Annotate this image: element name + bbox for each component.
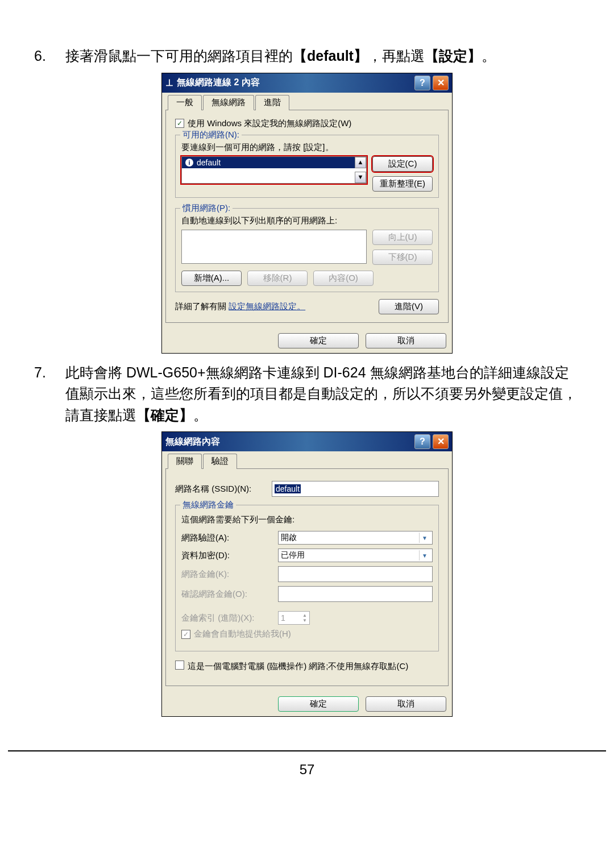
preferred-networks-list[interactable] [181, 230, 367, 264]
dlg2-title: 無線網路內容 [165, 436, 412, 448]
help-button[interactable]: ? [414, 76, 430, 90]
scroll-down-icon[interactable]: ▼ [355, 172, 366, 183]
wireless-key-group: 無線網路金鑰 這個網路需要給下列一個金鑰: 網路驗證(A): 開啟 ▼ [175, 505, 439, 651]
encryption-value: 已停用 [281, 550, 305, 560]
available-networks-list[interactable]: i default ▲ ▼ [181, 156, 367, 184]
step-6: 6. 接著滑鼠點一下可用的網路項目裡的【default】，再點選【設定】。 [34, 45, 580, 67]
network-key-input [278, 566, 433, 582]
available-networks-group: 可用的網路(N): 要連線到一個可用的網路，請按 [設定]。 i [175, 135, 439, 198]
close-button-2[interactable]: ✕ [433, 434, 449, 449]
network-key-label: 網路金鑰(K): [181, 569, 278, 580]
close-button[interactable]: ✕ [433, 76, 449, 90]
advanced-button[interactable]: 進階(V) [379, 299, 439, 314]
dlg1-titlebar[interactable]: ⊥ 無線網路連線 2 內容 ? ✕ [162, 73, 452, 93]
ssid-input[interactable]: default [272, 481, 439, 497]
step-6-default: 【default】 [293, 48, 368, 64]
key-index-value: 1 [281, 613, 285, 622]
step-6-number: 6. [34, 45, 65, 67]
cancel-button-2[interactable]: 取消 [366, 696, 446, 712]
remove-button[interactable]: 移除(R) [247, 271, 308, 286]
tab-association[interactable]: 關聯 [168, 454, 202, 469]
properties-button[interactable]: 內容(O) [313, 271, 374, 286]
step-7: 7. 此時會將 DWL-G650+無線網路卡連線到 DI-624 無線網路基地台… [34, 362, 580, 426]
move-up-button[interactable]: 向上(U) [372, 230, 433, 245]
step-6-text-c: ，再點選 [368, 48, 425, 64]
key-index-spinner: 1 ▲▼ [278, 611, 310, 625]
wireless-conn-props-dialog: ⊥ 無線網路連線 2 內容 ? ✕ 一般 無線網路 進階 ✓ 使用 Window… [161, 73, 453, 354]
spin-up-icon: ▲ [302, 613, 307, 618]
tab-advanced[interactable]: 進階 [255, 95, 289, 110]
step-7-ok: 【確定】 [136, 407, 193, 423]
network-info-icon: i [185, 159, 193, 167]
chevron-down-icon: ▼ [419, 533, 430, 543]
tab-authentication[interactable]: 驗證 [203, 454, 237, 469]
step-7-text-c: 。 [193, 407, 208, 423]
tab-general[interactable]: 一般 [168, 95, 202, 110]
available-networks-legend: 可用的網路(N): [180, 130, 242, 140]
auth-label: 網路驗證(A): [181, 533, 278, 543]
add-button[interactable]: 新增(A)... [181, 271, 242, 286]
encryption-combo[interactable]: 已停用 ▼ [278, 549, 433, 562]
auto-key-checkbox: ✓ [181, 630, 190, 639]
dlg2-titlebar[interactable]: 無線網路內容 ? ✕ [162, 432, 452, 451]
available-networks-desc: 要連線到一個可用的網路，請按 [設定]。 [181, 142, 433, 153]
help-button-2[interactable]: ? [414, 434, 430, 449]
step-6-text-e: 。 [482, 48, 496, 64]
adhoc-label: 這是一個電腦對電腦 (臨機操作) 網路;不使用無線存取點(C) [188, 661, 408, 672]
configure-button[interactable]: 設定(C) [372, 156, 433, 172]
spin-down-icon: ▼ [302, 618, 307, 623]
dlg1-title: 無線網路連線 2 內容 [177, 77, 412, 89]
refresh-button[interactable]: 重新整理(E) [372, 176, 433, 192]
step-6-setting: 【設定】 [425, 48, 482, 64]
use-windows-checkbox[interactable]: ✓ [175, 119, 184, 128]
preferred-networks-desc: 自動地連線到以下列出順序的可用網路上: [181, 215, 433, 226]
page-number: 57 [0, 751, 614, 795]
wireless-network-props-dialog: 無線網路內容 ? ✕ 關聯 驗證 網路名稱 (SSID)(N): default [161, 431, 453, 717]
network-item-default[interactable]: i default [182, 157, 355, 168]
network-item-label: default [197, 158, 221, 167]
preferred-networks-legend: 慣用網路(P): [180, 203, 233, 214]
ok-button-2[interactable]: 確定 [278, 696, 359, 712]
ssid-label: 網路名稱 (SSID)(N): [175, 484, 272, 495]
auth-value: 開啟 [281, 533, 297, 543]
step-7-number: 7. [34, 362, 65, 426]
auto-key-label: 金鑰會自動地提供給我(H) [194, 629, 291, 639]
ok-button[interactable]: 確定 [278, 333, 359, 348]
wireless-key-legend: 無線網路金鑰 [180, 500, 236, 510]
auth-combo[interactable]: 開啟 ▼ [278, 531, 433, 545]
preferred-networks-group: 慣用網路(P): 自動地連線到以下列出順序的可用網路上: 向上(U) 下移(D) [175, 208, 439, 292]
wireless-key-desc: 這個網路需要給下列一個金鑰: [181, 514, 433, 525]
step-6-text-a: 接著滑鼠點一下可用的網路項目裡的 [65, 48, 293, 64]
scroll-up-icon[interactable]: ▲ [355, 157, 366, 168]
confirm-key-input [278, 586, 433, 602]
key-index-label: 金鑰索引 (進階)(X): [181, 613, 278, 624]
tab-wireless[interactable]: 無線網路 [203, 95, 254, 110]
adhoc-checkbox[interactable] [175, 661, 184, 670]
chevron-down-icon: ▼ [419, 550, 430, 560]
move-down-button[interactable]: 下移(D) [372, 250, 433, 265]
cancel-button[interactable]: 取消 [366, 333, 446, 348]
detail-link[interactable]: 設定無線網路設定。 [229, 301, 305, 311]
confirm-key-label: 確認網路金鑰(O): [181, 589, 278, 600]
ssid-value: default [275, 484, 301, 493]
use-windows-label: 使用 Windows 來設定我的無線網路設定(W) [188, 118, 351, 129]
wireless-icon: ⊥ [165, 77, 173, 88]
encryption-label: 資料加密(D): [181, 550, 278, 561]
detail-label-pre: 詳細了解有關 [175, 301, 229, 311]
